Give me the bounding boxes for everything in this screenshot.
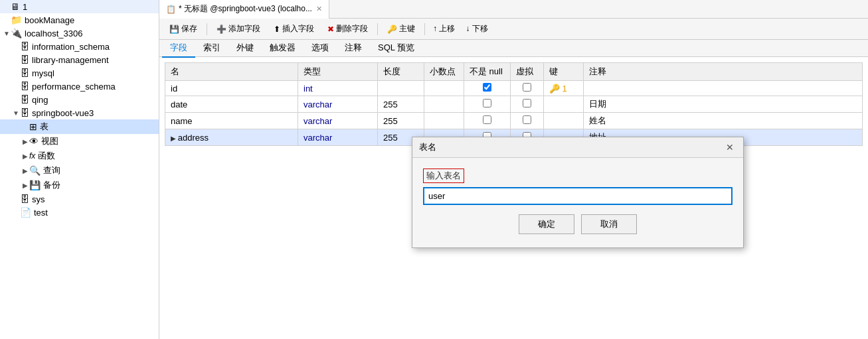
primary-key-button[interactable]: 🔑 主键 (381, 21, 421, 36)
sidebar-item-performance_schema[interactable]: 🗄performance_schema (0, 80, 159, 93)
sidebar-item-springboot-vue3[interactable]: ▼🗄springboot-vue3 (0, 106, 159, 119)
tab-bar: 📋 * 无标题 @springboot-vue3 (localho... ✕ (159, 0, 868, 19)
main-content: 📋 * 无标题 @springboot-vue3 (localho... ✕ 💾… (159, 0, 868, 339)
editor-tab-sql_preview[interactable]: SQL 预览 (370, 39, 422, 58)
sidebar-item-label: 视图 (41, 135, 58, 147)
sidebar-item-icon: 🗄 (20, 68, 29, 78)
tree-arrow-icon: ▶ (21, 182, 29, 189)
sidebar-item-label: test (34, 208, 48, 218)
editor-tab[interactable]: 📋 * 无标题 @springboot-vue3 (localho... ✕ (159, 0, 329, 19)
sidebar-item-icon: 🔌 (11, 28, 22, 38)
sidebar-item-label: qing (32, 95, 48, 105)
dialog-close-button[interactable]: ✕ (723, 142, 737, 153)
move-down-button[interactable]: ↓ 下移 (461, 21, 492, 36)
tab-label: * 无标题 @springboot-vue3 (localho... (179, 3, 312, 15)
sidebar-item-label: 1 (23, 2, 27, 12)
move-up-button[interactable]: ↑ 上移 (428, 21, 460, 36)
tab-icon: 📋 (166, 5, 176, 14)
dialog-buttons: 确定 取消 (423, 214, 733, 241)
editor-tab-foreign_key[interactable]: 外键 (228, 39, 262, 58)
editor-tab-index[interactable]: 索引 (195, 39, 228, 58)
sidebar-item-icon: 👁 (29, 136, 39, 147)
sidebar-item-label: mysql (32, 68, 54, 78)
sidebar-item-icon: 🗄 (20, 107, 29, 118)
dialog-cancel-button[interactable]: 取消 (581, 214, 637, 234)
add-field-icon: ➕ (217, 25, 226, 34)
insert-field-icon: ⬆ (274, 25, 280, 34)
sidebar-item-test[interactable]: 📄test (0, 206, 159, 219)
sidebar-item-icon: 🗄 (20, 94, 29, 105)
sidebar-item-sys[interactable]: 🗄sys (0, 192, 159, 206)
dialog-title: 表名 (419, 141, 436, 153)
sidebar-item-label: 表 (40, 121, 48, 133)
sidebar-item-information_schema[interactable]: 🗄information_schema (0, 40, 159, 53)
tree-arrow-icon: ▼ (3, 30, 11, 37)
toolbar-separator-2 (377, 23, 378, 35)
toolbar-separator-3 (424, 23, 425, 35)
editor-tab-option[interactable]: 选项 (304, 39, 337, 58)
sidebar-item-icon: 🗄 (20, 54, 29, 65)
sidebar-item-icon: fx (29, 151, 35, 161)
tab-close-button[interactable]: ✕ (316, 5, 322, 13)
toolbar: 💾 保存 ➕ 添加字段 ⬆ 插入字段 ✖ 删除字段 🔑 主键 ↑ 上移 ↓ 下移 (159, 19, 868, 40)
toolbar-separator (207, 23, 207, 35)
table-name-input[interactable] (423, 187, 733, 205)
sidebar-item-qing[interactable]: 🗄qing (0, 93, 159, 106)
sidebar-item-label: bookManage (25, 15, 74, 25)
sidebar-item-label: performance_schema (32, 82, 116, 92)
sidebar-item-label: sys (32, 194, 45, 204)
sidebar-item-label: localhost_3306 (25, 29, 82, 38)
delete-field-button[interactable]: ✖ 删除字段 (321, 21, 374, 36)
sidebar-item-mysql[interactable]: 🗄mysql (0, 66, 159, 80)
tree-arrow-icon: ▶ (21, 153, 29, 160)
sidebar-item-bookManage[interactable]: 📁bookManage (0, 13, 159, 27)
sidebar-item-label: library-management (32, 55, 109, 65)
sidebar-item-icon: 🗄 (20, 81, 29, 92)
sidebar-item-func[interactable]: ▶fx 函数 (0, 149, 159, 163)
editor-tab-field[interactable]: 字段 (162, 39, 195, 58)
sidebar-item-icon: 📁 (11, 15, 22, 25)
tree-arrow-icon: ▶ (21, 167, 29, 174)
sidebar-item-icon: ⊞ (29, 121, 37, 132)
dialog-confirm-button[interactable]: 确定 (519, 214, 574, 234)
sidebar-item-icon: 🖥 (11, 1, 20, 12)
add-field-button[interactable]: ➕ 添加字段 (211, 21, 266, 36)
sidebar-item-icon: 🔍 (29, 165, 41, 176)
save-button[interactable]: 💾 保存 (163, 21, 203, 36)
dialog-input-label: 输入表名 (423, 169, 464, 183)
tree-arrow-icon: ▶ (21, 138, 29, 145)
dialog-titlebar: 表名 ✕ (412, 137, 743, 158)
sidebar: 🖥1 📁bookManage▼🔌localhost_3306 🗄informat… (0, 0, 159, 339)
sidebar-item-view[interactable]: ▶👁视图 (0, 134, 159, 149)
sidebar-item-query[interactable]: ▶🔍查询 (0, 163, 159, 178)
save-icon: 💾 (169, 25, 179, 34)
sidebar-item-table[interactable]: ⊞表 (0, 119, 159, 134)
sidebar-item-label: springboot-vue3 (32, 108, 94, 118)
sidebar-item-localhost_3306[interactable]: ▼🔌localhost_3306 (0, 27, 159, 40)
sidebar-item-icon: 🗄 (20, 41, 29, 52)
editor-tab-comment[interactable]: 注释 (337, 39, 370, 58)
tree-arrow-icon: ▼ (12, 109, 20, 117)
sidebar-item-1[interactable]: 🖥1 (0, 0, 159, 13)
key-icon: 🔑 (387, 25, 397, 34)
delete-field-icon: ✖ (327, 25, 334, 34)
editor-tabs-row: 字段索引外键触发器选项注释SQL 预览 (159, 40, 868, 57)
sidebar-item-label: 备份 (43, 179, 60, 191)
insert-field-button[interactable]: ⬆ 插入字段 (268, 21, 320, 36)
sidebar-item-icon: 🗄 (20, 194, 29, 204)
sidebar-item-label: information_schema (32, 42, 110, 52)
dialog-body: 输入表名 确定 取消 (412, 158, 743, 247)
table-area: 名类型长度小数点不是 null虚拟键注释 idint🔑 1datevarchar… (159, 57, 868, 339)
sidebar-item-label: 查询 (43, 165, 60, 176)
dialog-overlay: 表名 ✕ 输入表名 确定 取消 (159, 57, 868, 339)
table-name-dialog: 表名 ✕ 输入表名 确定 取消 (412, 137, 744, 248)
sidebar-item-library-management[interactable]: 🗄library-management (0, 53, 159, 66)
sidebar-item-icon: 📄 (20, 207, 31, 218)
sidebar-item-icon: 💾 (29, 180, 41, 190)
editor-tab-trigger[interactable]: 触发器 (262, 39, 304, 58)
sidebar-item-backup[interactable]: ▶💾备份 (0, 178, 159, 192)
sidebar-item-label: 函数 (38, 150, 55, 162)
